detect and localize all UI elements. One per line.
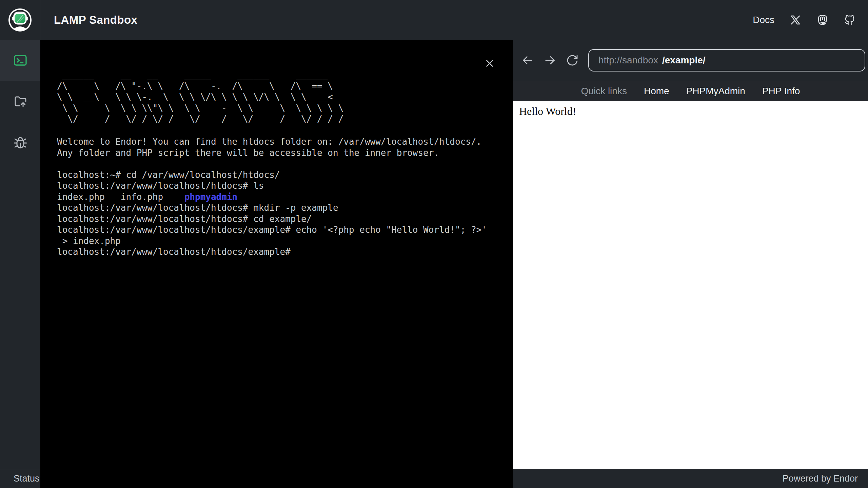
php-output-text: Hello World! xyxy=(513,101,868,118)
quick-links-bar: Quick links HomePHPMyAdminPHP Info xyxy=(513,81,868,101)
quick-links-nav: HomePHPMyAdminPHP Info xyxy=(644,86,800,97)
quick-link-php-info[interactable]: PHP Info xyxy=(762,86,800,97)
terminal-output: Welcome to Endor! You can find the htdoc… xyxy=(57,136,487,258)
terminal-window[interactable]: ______ __ __ _____ ______ ______ /\ ___\… xyxy=(40,40,513,488)
browser-toolbar: http://sandbox /example/ xyxy=(513,40,868,81)
arrow-right-icon xyxy=(543,53,557,67)
terminal-icon xyxy=(12,52,28,68)
browser-back-button[interactable] xyxy=(516,49,539,72)
url-path-text: /example/ xyxy=(662,55,706,66)
docs-link[interactable]: Docs xyxy=(753,15,774,25)
browser-refresh-button[interactable] xyxy=(561,49,584,72)
quick-link-phpmyadmin[interactable]: PHPMyAdmin xyxy=(686,86,745,97)
terminal-close-button[interactable] xyxy=(483,57,496,70)
url-input[interactable]: http://sandbox /example/ xyxy=(588,49,865,72)
powered-by-label: Powered by Endor xyxy=(783,473,858,484)
lamp-sandbox-app: LAMP Sandbox Docs xyxy=(0,0,868,488)
page-title: LAMP Sandbox xyxy=(54,14,137,26)
folder-upload-icon xyxy=(12,93,28,109)
app-header: LAMP Sandbox Docs xyxy=(0,0,868,40)
x-twitter-icon[interactable] xyxy=(789,14,802,26)
refresh-icon xyxy=(565,53,579,67)
mastodon-icon[interactable] xyxy=(816,14,829,26)
header-actions: Docs xyxy=(753,14,868,26)
bug-icon xyxy=(12,134,28,150)
arrow-left-icon xyxy=(520,53,535,67)
sidebar-item-debug[interactable] xyxy=(0,122,40,163)
status-label: Status: xyxy=(14,473,42,484)
quick-link-home[interactable]: Home xyxy=(644,86,669,97)
inner-browser-panel: http://sandbox /example/ Quick links Hom… xyxy=(513,40,868,469)
quick-links-label: Quick links xyxy=(581,86,627,97)
url-host-text: http://sandbox xyxy=(598,55,658,66)
astronaut-helmet-icon xyxy=(7,7,33,33)
terminal-ascii-banner: ______ __ __ _____ ______ ______ /\ ___\… xyxy=(57,69,349,125)
app-logo xyxy=(0,0,40,40)
browser-viewport: Hello World! xyxy=(513,101,868,469)
github-icon[interactable] xyxy=(844,14,856,26)
sidebar xyxy=(0,40,40,469)
browser-forward-button[interactable] xyxy=(539,49,561,72)
sidebar-item-terminal[interactable] xyxy=(0,40,40,81)
sidebar-item-upload-files[interactable] xyxy=(0,81,40,122)
close-icon xyxy=(484,58,495,69)
